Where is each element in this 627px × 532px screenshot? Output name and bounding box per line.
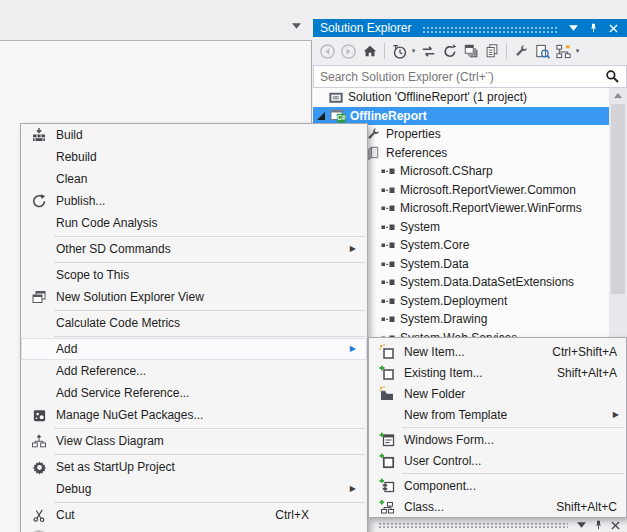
panel-title: Solution Explorer <box>313 21 411 35</box>
menu-item-add-service-reference[interactable]: Add Service Reference... <box>21 382 367 404</box>
menu-item-new-item[interactable]: New Item... Ctrl+Shift+A <box>369 341 626 362</box>
menu-item-run-code-analysis[interactable]: Run Code Analysis <box>21 212 367 234</box>
component-icon <box>377 478 397 494</box>
menu-item-set-as-startup-project[interactable]: Set as StartUp Project <box>21 456 367 478</box>
assembly-icon <box>379 219 396 235</box>
titlebar-buttons <box>567 21 627 35</box>
assembly-icon <box>379 311 396 327</box>
collapse-all-button[interactable] <box>460 40 481 62</box>
menu-item-component[interactable]: Component... <box>369 475 626 496</box>
menu-item-cut[interactable]: Cut Ctrl+X <box>21 504 367 526</box>
menu-item-add[interactable]: Add ▶ <box>21 338 367 360</box>
build-icon <box>29 127 49 143</box>
menu-item-other-sd-commands[interactable]: Other SD Commands ▶ <box>21 238 367 260</box>
menu-item-windows-form[interactable]: Windows Form... <box>369 429 626 450</box>
submenu-arrow-icon: ▶ <box>350 485 356 493</box>
search-box <box>313 65 627 88</box>
menu-item-new-from-template[interactable]: New from Template ▶ <box>369 404 626 425</box>
toolbar-separator <box>506 43 507 59</box>
csharp-project-icon: C# <box>329 108 346 124</box>
menu-item-new-folder[interactable]: New Folder <box>369 383 626 404</box>
menu-item-manage-nuget-packages[interactable]: Manage NuGet Packages... <box>21 404 367 426</box>
assembly-icon <box>379 182 396 198</box>
assembly-icon <box>379 274 396 290</box>
menu-item-paste[interactable]: Paste Ctrl+V <box>21 526 367 532</box>
titlebar-grip[interactable] <box>378 522 568 528</box>
pin-icon[interactable] <box>587 21 600 35</box>
menu-item-new-solution-explorer-view[interactable]: New Solution Explorer View <box>21 286 367 308</box>
solution-explorer-toolbar: ▾▾ <box>313 37 627 65</box>
assembly-icon <box>379 163 396 179</box>
vs-window: Solution Explorer ▾▾ Solution 'OfflineRe… <box>0 0 627 532</box>
toolbar-separator <box>384 43 385 59</box>
class-icon <box>377 499 397 515</box>
cut-icon <box>29 507 49 523</box>
menu-item-build[interactable]: Build <box>21 124 367 146</box>
user-control-icon <box>377 453 397 469</box>
history-button[interactable] <box>389 40 410 62</box>
tree-item-solution-offlinereport-1-project[interactable]: Solution 'OfflineReport' (1 project) <box>313 88 627 107</box>
show-all-files-button[interactable] <box>481 40 502 62</box>
home-button[interactable] <box>359 40 380 62</box>
solution-explorer-titlebar[interactable]: Solution Explorer <box>313 19 627 37</box>
scrollbar-thumb[interactable] <box>611 104 625 294</box>
bottombar-buttons <box>576 519 627 531</box>
menu-item-rebuild[interactable]: Rebuild <box>21 146 367 168</box>
menu-item-view-class-diagram[interactable]: View Class Diagram <box>21 430 367 452</box>
pin-icon[interactable] <box>593 519 604 531</box>
assembly-icon <box>379 256 396 272</box>
submenu-arrow-icon: ▶ <box>350 245 356 253</box>
existing-item-icon <box>377 365 397 381</box>
assembly-icon <box>379 237 396 253</box>
wrench-button[interactable] <box>511 40 532 62</box>
menu-item-add-reference[interactable]: Add Reference... <box>21 360 367 382</box>
menu-item-scope-to-this[interactable]: Scope to This <box>21 264 367 286</box>
menu-item-debug[interactable]: Debug ▶ <box>21 478 367 500</box>
menu-item-calculate-code-metrics[interactable]: Calculate Code Metrics <box>21 312 367 334</box>
class-diagram-icon <box>29 433 49 449</box>
menu-item-clean[interactable]: Clean <box>21 168 367 190</box>
windows-form-icon <box>377 432 397 448</box>
chevron-down-icon[interactable] <box>567 21 580 35</box>
menu-item-existing-item[interactable]: Existing Item... Shift+Alt+A <box>369 362 626 383</box>
project-context-menu: Build Rebuild Clean Publish... Run Code … <box>20 123 368 532</box>
expander-icon[interactable] <box>317 112 325 120</box>
menu-item-user-control[interactable]: User Control... <box>369 450 626 471</box>
nuget-icon <box>29 407 49 423</box>
refresh-button[interactable] <box>439 40 460 62</box>
submenu-arrow-icon: ▶ <box>350 345 356 353</box>
forward-button[interactable] <box>338 40 359 62</box>
dropdown-caret-icon[interactable]: ▾ <box>409 47 418 55</box>
publish-icon <box>29 193 49 209</box>
chevron-down-icon[interactable] <box>576 519 587 531</box>
menu-item-publish[interactable]: Publish... <box>21 190 367 212</box>
preview-button[interactable] <box>532 40 553 62</box>
inactive-panel-titlebar[interactable] <box>368 518 627 532</box>
search-icon[interactable] <box>605 69 620 84</box>
close-icon[interactable] <box>607 21 620 35</box>
svg-text:C#: C# <box>336 114 345 121</box>
scrollbar-up-icon[interactable] <box>614 93 622 98</box>
back-button[interactable] <box>317 40 338 62</box>
new-item-icon <box>377 344 397 360</box>
new-folder-icon <box>377 386 397 402</box>
hierarchy-button[interactable] <box>553 40 574 62</box>
toolbar-overflow-chevron-icon[interactable] <box>292 23 302 30</box>
submenu-arrow-icon: ▶ <box>613 411 619 419</box>
add-submenu: New Item... Ctrl+Shift+A Existing Item..… <box>368 337 627 518</box>
assembly-icon <box>379 293 396 309</box>
titlebar-grip[interactable] <box>422 26 558 33</box>
menu-item-class[interactable]: Class... Shift+Alt+C <box>369 496 626 517</box>
assembly-icon <box>379 200 396 216</box>
dropdown-caret-icon[interactable]: ▾ <box>573 47 582 55</box>
sync-button[interactable] <box>418 40 439 62</box>
gear-icon <box>29 459 49 475</box>
new-view-icon <box>29 289 49 305</box>
close-icon[interactable] <box>610 519 621 531</box>
search-input[interactable] <box>313 65 627 88</box>
solution-icon <box>327 89 344 105</box>
editor-top-strip <box>0 0 312 41</box>
